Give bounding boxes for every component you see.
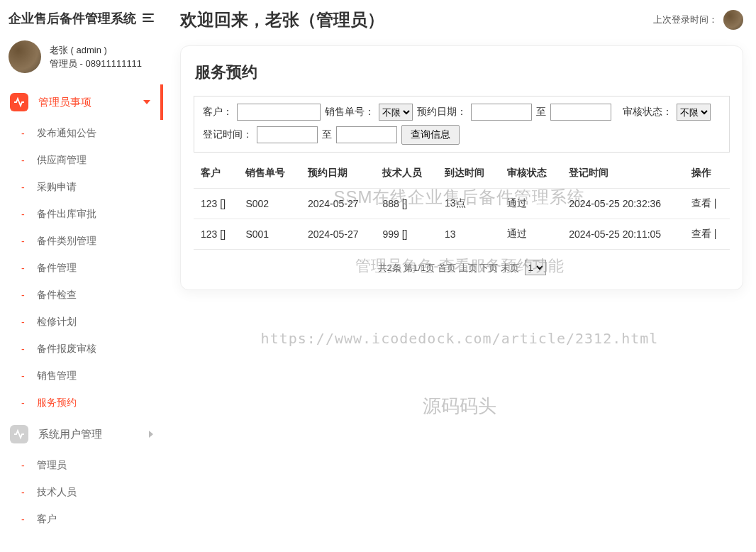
- table-col-header: 客户: [194, 158, 238, 189]
- brand-title: 企业售后备件管理系统: [9, 10, 139, 28]
- sidebar-item-admin-1[interactable]: -供应商管理: [0, 147, 163, 174]
- table-row: 123 []S0012024-05-27999 []13通过2024-05-25…: [194, 219, 730, 250]
- audit-select[interactable]: 不限: [677, 104, 711, 121]
- avatar-small[interactable]: [723, 10, 743, 30]
- user-block: 老张 ( admin ) 管理员 - 08911111111: [0, 35, 163, 84]
- pulse-icon: [10, 425, 28, 443]
- sidebar-item-label: 采购申请: [37, 181, 77, 194]
- sidebar-item-admin-8[interactable]: -备件报废审核: [0, 336, 163, 363]
- sidebar-item-label: 供应商管理: [37, 154, 87, 167]
- filter-box: 客户： 销售单号： 不限 预约日期： 至 审核状态： 不限 登记时间： 至 查询…: [194, 96, 730, 153]
- dash-icon: -: [21, 182, 37, 193]
- table-cell: 888 []: [375, 189, 438, 219]
- avatar[interactable]: [9, 40, 41, 73]
- regtime-to-input[interactable]: [336, 126, 397, 143]
- card-title: 服务预约: [195, 62, 730, 83]
- table-cell: 999 []: [375, 219, 438, 250]
- filter-label-to1: 至: [536, 106, 546, 118]
- dash-icon: -: [21, 155, 37, 166]
- sidebar-item-admin-3[interactable]: -备件出库审批: [0, 201, 163, 228]
- filter-label-audit: 审核状态：: [623, 106, 672, 118]
- date-from-input[interactable]: [471, 104, 532, 121]
- sidebar: 企业售后备件管理系统 老张 ( admin ) 管理员 - 0891111111…: [0, 0, 163, 552]
- table-col-header: 审核状态: [500, 158, 562, 189]
- table-cell: 通过: [500, 219, 562, 250]
- regtime-from-input[interactable]: [257, 126, 318, 143]
- sidebar-item-sysuser-0[interactable]: -管理员: [0, 452, 163, 479]
- sidebar-item-admin-5[interactable]: -备件管理: [0, 255, 163, 282]
- table-cell: 2024-05-25 20:32:36: [562, 189, 684, 219]
- user-name: 老张 ( admin ): [50, 43, 142, 57]
- chevron-right-icon: [149, 431, 153, 438]
- filter-label-to2: 至: [322, 128, 332, 141]
- query-button[interactable]: 查询信息: [401, 125, 460, 145]
- sidebar-item-label: 备件检查: [37, 289, 77, 302]
- sysuser-menu-list: -管理员-技术人员-客户: [0, 452, 163, 533]
- welcome-title: 欢迎回来，老张（管理员）: [180, 9, 653, 31]
- table-col-header: 到达时间: [438, 158, 500, 189]
- date-to-input[interactable]: [550, 104, 611, 121]
- table-cell: 通过: [500, 189, 562, 219]
- dash-icon: -: [21, 460, 37, 471]
- sidebar-item-admin-2[interactable]: -采购申请: [0, 174, 163, 201]
- main-area: 欢迎回来，老张（管理员） 上次登录时间： 服务预约 客户： 销售单号： 不限 预…: [163, 0, 756, 552]
- chevron-down-icon: [143, 100, 150, 104]
- pager-select[interactable]: 1: [525, 260, 546, 275]
- sidebar-item-admin-7[interactable]: -检修计划: [0, 309, 163, 336]
- sidebar-item-label: 备件报废审核: [37, 343, 96, 355]
- sidebar-item-admin-6[interactable]: -备件检查: [0, 282, 163, 309]
- table-cell[interactable]: 查看 |: [684, 219, 730, 250]
- sidebar-item-admin-0[interactable]: -发布通知公告: [0, 120, 163, 147]
- sidebar-item-label: 备件出库审批: [37, 208, 96, 221]
- dash-icon: -: [21, 209, 37, 220]
- dash-icon: -: [21, 236, 37, 247]
- dash-icon: -: [21, 343, 37, 355]
- table-cell: 13: [438, 219, 500, 250]
- watermark-4: 源码码头: [163, 394, 756, 419]
- sidebar-item-admin-9[interactable]: -销售管理: [0, 363, 163, 390]
- pager-summary[interactable]: 共2条 第1/1页 首页 上页 下页 末页: [378, 263, 519, 273]
- pager: 共2条 第1/1页 首页 上页 下页 末页 1: [194, 250, 730, 278]
- menu-toggle-icon[interactable]: [139, 9, 157, 29]
- filter-label-saleno: 销售单号：: [325, 106, 374, 118]
- table-cell: 123 []: [194, 189, 238, 219]
- pulse-icon: [10, 93, 28, 111]
- card-service-booking: 服务预约 客户： 销售单号： 不限 预约日期： 至 审核状态： 不限 登记时间：…: [180, 45, 743, 290]
- sidebar-item-sysuser-2[interactable]: -客户: [0, 506, 163, 533]
- sidebar-item-admin-4[interactable]: -备件类别管理: [0, 228, 163, 255]
- filter-label-regtime: 登记时间：: [203, 128, 252, 141]
- last-login-label: 上次登录时间：: [653, 13, 718, 26]
- menu-header-sysuser-label: 系统用户管理: [38, 428, 102, 441]
- sidebar-item-label: 服务预约: [37, 397, 77, 409]
- dash-icon: -: [21, 514, 37, 525]
- booking-table: 客户销售单号预约日期技术人员到达时间审核状态登记时间操作 123 []S0022…: [194, 158, 730, 250]
- table-cell: 2024-05-25 20:11:05: [562, 219, 684, 250]
- table-row: 123 []S0022024-05-27888 []13点通过2024-05-2…: [194, 189, 730, 219]
- filter-label-date: 预约日期：: [417, 106, 467, 118]
- customer-input[interactable]: [237, 104, 321, 121]
- sidebar-item-label: 技术人员: [37, 486, 77, 499]
- sidebar-item-label: 备件类别管理: [37, 235, 96, 248]
- table-cell: 123 []: [194, 219, 238, 250]
- admin-menu-list: -发布通知公告-供应商管理-采购申请-备件出库审批-备件类别管理-备件管理-备件…: [0, 120, 163, 416]
- menu-header-admin[interactable]: 管理员事项: [0, 84, 160, 120]
- sidebar-item-admin-10[interactable]: -服务预约: [0, 390, 163, 416]
- sidebar-item-label: 销售管理: [37, 370, 77, 382]
- topbar: 欢迎回来，老张（管理员） 上次登录时间：: [180, 9, 743, 31]
- filter-label-customer: 客户：: [203, 106, 233, 118]
- table-cell: 2024-05-27: [301, 219, 376, 250]
- menu-header-sysuser[interactable]: 系统用户管理: [0, 416, 163, 452]
- dash-icon: -: [21, 128, 37, 139]
- dash-icon: -: [21, 263, 37, 274]
- table-cell: S002: [238, 189, 301, 219]
- sidebar-item-sysuser-1[interactable]: -技术人员: [0, 479, 163, 506]
- table-cell: 2024-05-27: [301, 189, 376, 219]
- sidebar-item-label: 管理员: [37, 459, 67, 472]
- watermark-3: https://www.icodedock.com/article/2312.h…: [163, 330, 756, 347]
- table-cell[interactable]: 查看 |: [684, 189, 730, 219]
- table-col-header: 技术人员: [375, 158, 438, 189]
- saleno-select[interactable]: 不限: [379, 104, 413, 121]
- dash-icon: -: [21, 289, 37, 301]
- table-cell: S001: [238, 219, 301, 250]
- sidebar-item-label: 检修计划: [37, 316, 77, 329]
